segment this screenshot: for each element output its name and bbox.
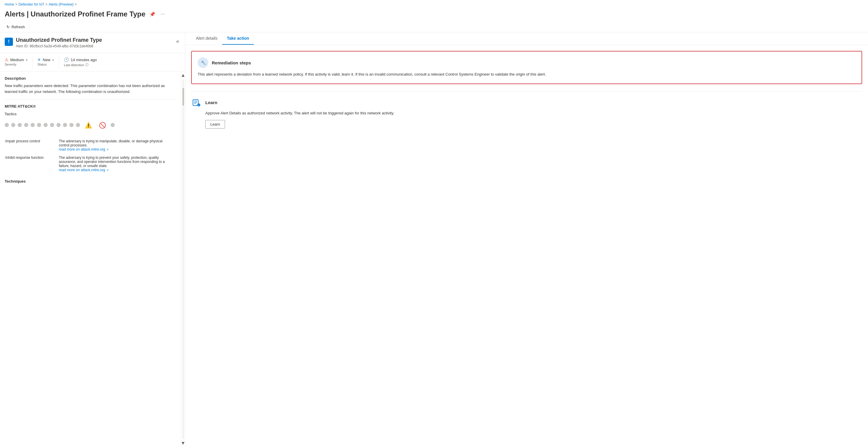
dot-13 — [111, 123, 115, 127]
dot-3 — [18, 123, 22, 127]
tactic-desc-2: The adversary is trying to prevent your … — [59, 154, 176, 174]
tactic-icon-inhibit[interactable]: 🚫 — [96, 119, 108, 131]
learn-header: ✓ Learn — [191, 97, 862, 108]
learn-icon: ✓ — [191, 97, 202, 108]
learn-section: ✓ Learn Approve Alert Details as authori… — [191, 97, 862, 134]
remediation-text: This alert represents a deviation from a… — [198, 71, 856, 77]
warning-icon: ⚠ — [5, 57, 8, 62]
severity-label: Severity — [5, 63, 28, 66]
alert-id: Alert ID: 86cfbccf-5a3d-4549-afbc-07d3c1… — [16, 44, 102, 48]
scroll-thumb[interactable] — [182, 88, 184, 105]
status-chevron[interactable]: ∨ — [52, 58, 54, 61]
breadcrumb-home[interactable]: Home — [5, 2, 14, 6]
refresh-button[interactable]: ↻ Refresh — [5, 24, 27, 30]
toolbar: ↻ Refresh — [0, 22, 868, 32]
dot-6 — [37, 123, 41, 127]
description-body: New traffic parameters were detected. Th… — [5, 83, 176, 94]
tactic-row-1: Impair process control The adversary is … — [5, 137, 176, 153]
refresh-label: Refresh — [11, 25, 25, 29]
scroll-track — [182, 79, 184, 439]
breadcrumb-sep2: > — [45, 2, 48, 6]
right-panel: Alert details Take action 🔧 Remediation … — [185, 32, 868, 447]
tab-content: 🔧 Remediation steps This alert represent… — [185, 45, 868, 140]
alert-severity-icon: ! — [5, 38, 13, 46]
dot-11 — [69, 123, 73, 127]
divider-1 — [5, 99, 176, 99]
status-label: Status — [37, 63, 54, 66]
severity-meta: ⚠ Medium ∨ Severity — [5, 56, 33, 68]
left-panel: ! Unauthorized Profinet Frame Type Alert… — [0, 32, 185, 447]
alert-meta: ⚠ Medium ∨ Severity ✳ New ∨ Status 🕐 14 … — [0, 53, 185, 71]
status-value: New — [43, 58, 50, 62]
page-header: Alerts | Unauthorized Profinet Frame Typ… — [0, 9, 868, 22]
tactic-name-2: Inhibit response function — [5, 154, 58, 174]
mitre-title: MITRE ATT&CK® — [5, 104, 176, 108]
tactics-dots: ⚠️ 🚫 — [5, 119, 176, 132]
severity-value: Medium — [10, 58, 24, 62]
detection-sub-label: Last detection — [64, 63, 84, 67]
dot-10 — [63, 123, 67, 127]
dot-2 — [11, 123, 15, 127]
description-section: Description New traffic parameters were … — [5, 76, 176, 94]
alert-title-area: Unauthorized Profinet Frame Type Alert I… — [16, 37, 102, 48]
clock-icon: 🕐 — [64, 57, 69, 62]
learn-button[interactable]: Learn — [205, 120, 225, 129]
tactic-desc-1: The adversary is trying to manipulate, d… — [59, 137, 176, 153]
svg-text:🚫: 🚫 — [99, 122, 106, 129]
detection-meta: 🕐 14 minutes ago Last detection ⓘ — [64, 56, 101, 68]
detection-value: 14 minutes ago — [71, 58, 97, 62]
svg-text:✓: ✓ — [198, 104, 200, 107]
collapse-button[interactable]: « — [175, 37, 180, 45]
tabs: Alert details Take action — [185, 32, 868, 45]
main-content: ! Unauthorized Profinet Frame Type Alert… — [0, 32, 868, 447]
dot-4 — [24, 123, 28, 127]
external-icon-2: ↗ — [106, 168, 108, 172]
scroll-up-button[interactable]: ▲ — [181, 73, 185, 78]
toolbar-divider — [29, 24, 29, 30]
learn-title: Learn — [205, 100, 217, 105]
page-title: Alerts | Unauthorized Profinet Frame Typ… — [5, 10, 145, 18]
dot-5 — [31, 123, 35, 127]
more-icon[interactable]: ··· — [159, 10, 165, 18]
breadcrumb-sep1: > — [15, 2, 18, 6]
detection-label: Last detection ⓘ — [64, 63, 97, 67]
dot-7 — [43, 123, 48, 127]
dot-8 — [50, 123, 54, 127]
dot-12 — [76, 123, 80, 127]
tactic-icon-impair[interactable]: ⚠️ — [82, 119, 94, 131]
tab-take-action[interactable]: Take action — [222, 32, 254, 45]
breadcrumb-defender[interactable]: Defender for IoT — [19, 2, 44, 6]
remediation-title: Remediation steps — [212, 60, 251, 65]
severity-chevron[interactable]: ∨ — [26, 58, 28, 61]
divider-right — [191, 91, 862, 92]
tactics-label: Tactics — [5, 112, 176, 116]
techniques-title: Techniques — [5, 179, 176, 184]
description-title: Description — [5, 76, 176, 81]
svg-text:⚠️: ⚠️ — [85, 122, 92, 129]
tactic-row-2: Inhibit response function The adversary … — [5, 154, 176, 174]
scroll-down-button[interactable]: ▼ — [181, 441, 185, 446]
mitre-link-1[interactable]: read more on attack.mitre.org ↗ — [59, 147, 108, 152]
detection-info-icon[interactable]: ⓘ — [85, 63, 89, 67]
learn-text: Approve Alert Details as authorized netw… — [191, 110, 862, 117]
pin-icon[interactable]: 📌 — [148, 10, 156, 18]
tab-alert-details[interactable]: Alert details — [191, 32, 222, 45]
tactics-table: Impair process control The adversary is … — [5, 137, 176, 174]
remediation-box: 🔧 Remediation steps This alert represent… — [191, 51, 862, 84]
mitre-link-2[interactable]: read more on attack.mitre.org ↗ — [59, 168, 108, 172]
refresh-icon: ↻ — [6, 25, 10, 29]
breadcrumb-alerts[interactable]: Alerts (Preview) — [49, 2, 73, 6]
external-icon-1: ↗ — [106, 148, 108, 151]
tactic-name-1: Impair process control — [5, 137, 58, 153]
breadcrumb-sep3: > — [75, 2, 77, 6]
breadcrumb: Home > Defender for IoT > Alerts (Previe… — [0, 0, 868, 9]
scroll-bar[interactable]: ▲ ▼ — [181, 71, 185, 447]
dot-1 — [5, 123, 9, 127]
alert-name: Unauthorized Profinet Frame Type — [16, 37, 102, 43]
svg-text:🔧: 🔧 — [201, 60, 206, 65]
alert-header: ! Unauthorized Profinet Frame Type Alert… — [0, 32, 185, 53]
dot-9 — [57, 123, 61, 127]
status-icon: ✳ — [37, 57, 41, 62]
status-meta: ✳ New ∨ Status — [37, 56, 59, 68]
left-scrollable: Description New traffic parameters were … — [0, 71, 181, 447]
